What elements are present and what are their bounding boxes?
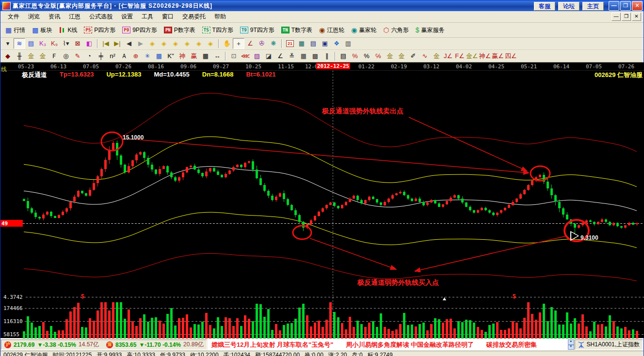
gann-tool-pct-red[interactable]: % xyxy=(349,51,361,62)
child-close-button[interactable]: ✕ xyxy=(632,13,641,21)
winner-wheel-button[interactable]: ◉赢家轮 xyxy=(348,25,379,36)
market-quotes-button[interactable]: ▦行情 xyxy=(2,25,28,36)
gann-tool-gold-angle[interactable]: 金∠ xyxy=(466,51,479,62)
gann-tool-pct-box[interactable]: ▤ xyxy=(338,51,349,62)
hexagon-button[interactable]: ⬡六角形 xyxy=(380,25,411,36)
gann-tool-shen[interactable]: 神 xyxy=(177,51,188,62)
gann-tool-grid-blue[interactable]: ▦ xyxy=(153,51,165,62)
menu-item-8[interactable]: 交易委托 xyxy=(178,11,210,22)
gann-tool-gold3[interactable]: 金 xyxy=(431,51,442,62)
gann-tool-grid3[interactable]: ▩ xyxy=(309,51,321,62)
homepage-button[interactable]: 主页 xyxy=(582,2,604,11)
kline-side-tab[interactable]: 线 xyxy=(1,65,7,74)
scroll-left-button[interactable]: ◈ xyxy=(146,38,158,49)
gann-tool-spiral[interactable]: ◎ xyxy=(60,51,72,62)
gann-tool-wave[interactable]: ≚ xyxy=(286,51,298,62)
kline-button[interactable]: K线 xyxy=(56,25,80,36)
restore-button[interactable]: ❐ xyxy=(620,1,631,11)
crosshair-tool[interactable]: ＋ xyxy=(233,38,244,49)
gann-tool-kq[interactable]: K" xyxy=(165,51,177,62)
close-button[interactable]: ✕ xyxy=(632,1,643,11)
gann-tool-a[interactable]: Ａ xyxy=(118,51,130,62)
gann-tool-span[interactable]: ↔ xyxy=(211,51,223,62)
period-dropdown[interactable]: ▾ xyxy=(2,38,14,49)
gann-tool-brush[interactable]: ✐ xyxy=(407,51,419,62)
minimize-button[interactable]: — xyxy=(609,1,619,11)
kline-9-tool[interactable]: K₉ xyxy=(48,38,60,49)
gann-tool-box[interactable]: ◆ xyxy=(2,51,14,62)
last-page-button[interactable]: ▶| xyxy=(112,38,123,49)
forum-button[interactable]: 论坛 xyxy=(558,2,580,11)
gann-tool-n2[interactable]: n² xyxy=(107,51,118,62)
prev-bar-button[interactable]: ◀ xyxy=(123,38,135,49)
thought-tool[interactable]: ❋ xyxy=(268,38,279,49)
gann-tool-pct-line[interactable]: ℅ xyxy=(372,51,384,62)
gann-tool-clock[interactable]: ◔ xyxy=(83,51,95,62)
gann-tool-target[interactable]: ⊕ xyxy=(130,51,142,62)
gann-tool-ying[interactable]: 赢 xyxy=(188,51,200,62)
t-square-button[interactable]: TST四方形 xyxy=(199,25,236,36)
sectors-button[interactable]: ▩板块 xyxy=(29,25,55,36)
gann-wheel-button[interactable]: ◉江恩轮 xyxy=(316,25,347,36)
p-number-table-button[interactable]: PNP数字表 xyxy=(161,25,198,36)
t-number-table-button[interactable]: TNT数字表 xyxy=(278,25,315,36)
calendar-tool[interactable]: 21 xyxy=(284,38,296,49)
winner-service-button[interactable]: $赢家服务 xyxy=(413,25,448,36)
gann-tool-shen-angle[interactable]: 神∠ xyxy=(479,51,492,62)
kline-chart-canvas[interactable]: 174466116310581554.374249极反通道强势外轨线卖出点极反通… xyxy=(0,71,644,339)
next-bar-button[interactable]: ▶ xyxy=(135,38,146,49)
gann-tool-gold-line[interactable]: 金 xyxy=(396,51,407,62)
9t-square-button[interactable]: T99T四方形 xyxy=(237,25,277,36)
calculator-tool[interactable]: ▦ xyxy=(296,38,307,49)
gann-tool-fanbox[interactable]: ▨ xyxy=(251,51,263,62)
expand-h-button[interactable]: ◈ xyxy=(170,38,181,49)
angle-measure-tool[interactable]: ∠ xyxy=(244,38,256,49)
gann-tool-star[interactable]: ✳ xyxy=(142,51,153,62)
color-bars-tool[interactable]: ◧ xyxy=(83,38,95,49)
gann-tool-gold1[interactable]: 金 xyxy=(25,51,37,62)
gann-tool-gold2[interactable]: 金 xyxy=(37,51,48,62)
ticker-down-button[interactable]: ▼ xyxy=(568,345,574,350)
menu-item-5[interactable]: 设置 xyxy=(117,11,137,22)
gann-tool-pen[interactable]: ✎ xyxy=(72,51,83,62)
web-station-tool[interactable]: ❖ xyxy=(331,38,342,49)
compress-all-button[interactable]: ◈ xyxy=(193,38,205,49)
kline-3-tool[interactable]: K₃ xyxy=(37,38,48,49)
menu-item-6[interactable]: 工具 xyxy=(137,11,158,22)
gann-tool-si-angle[interactable]: 四∠ xyxy=(504,51,517,62)
first-page-button[interactable]: |◀ xyxy=(100,38,112,49)
gann-tool-grid2[interactable]: ▦ xyxy=(298,51,309,62)
customer-service-button[interactable]: 客服 xyxy=(534,2,555,11)
menu-item-1[interactable]: 浏览 xyxy=(24,11,44,22)
save-tool[interactable]: ▣ xyxy=(319,38,331,49)
child-restore-button[interactable]: ❐ xyxy=(622,13,631,21)
gann-tool-f-angle[interactable]: F∠ xyxy=(454,51,466,62)
notes-view-tool[interactable]: ▤ xyxy=(25,38,37,49)
candle-style-tool[interactable]: ⌇▾ xyxy=(60,38,72,49)
gann-tool-wave-red[interactable]: ∿ xyxy=(419,51,431,62)
gann-tool-grid[interactable]: ▦ xyxy=(200,51,211,62)
gann-tool-pct[interactable]: % xyxy=(361,51,372,62)
gann-tool-j-angle[interactable]: J∠ xyxy=(442,51,454,62)
ticker-scroll-buttons[interactable]: ▲▼ xyxy=(568,340,574,350)
gann-tool-gold-circle[interactable]: 金 xyxy=(384,51,396,62)
chip-distribution-tool[interactable]: ⊠ xyxy=(72,38,83,49)
gann-tool-frame[interactable]: ⊡ xyxy=(228,51,240,62)
gann-tool-ruler[interactable]: ╪ xyxy=(95,51,107,62)
gann-shape-tool[interactable]: ✇ xyxy=(256,38,268,49)
menu-item-0[interactable]: 文件 xyxy=(3,11,24,22)
notepad-tool[interactable]: ▤ xyxy=(307,38,319,49)
menu-item-2[interactable]: 资讯 xyxy=(44,11,64,22)
pan-hand-tool[interactable]: ✋ xyxy=(221,38,233,49)
scroll-right-button[interactable]: ◈ xyxy=(158,38,170,49)
gann-tool-shade[interactable]: ◪ xyxy=(263,51,274,62)
gann-tool-par[interactable]: ∥ xyxy=(321,51,333,62)
gann-tool-f[interactable]: Ｆ xyxy=(48,51,60,62)
compress-h-button[interactable]: ◈ xyxy=(181,38,193,49)
menu-item-9[interactable]: 帮助 xyxy=(210,11,230,22)
remote-service-tool[interactable]: ▥ xyxy=(342,38,354,49)
gann-tool-ying-angle[interactable]: 赢∠ xyxy=(491,51,504,62)
child-minimize-button[interactable]: — xyxy=(612,13,621,21)
p-square-button[interactable]: PSP四方形 xyxy=(81,25,118,36)
9p-square-button[interactable]: P99P四方形 xyxy=(119,25,160,36)
